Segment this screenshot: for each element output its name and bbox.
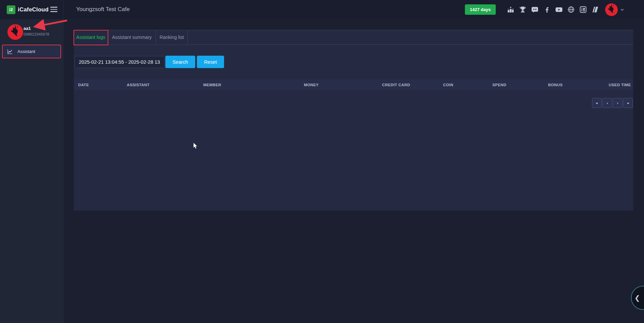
content-card: Assistant logs Assistant summary Ranking… xyxy=(74,30,633,211)
days-badge[interactable]: 1427 days xyxy=(465,4,496,15)
column-header-money: MONEY xyxy=(300,83,378,87)
layers-icon[interactable] xyxy=(591,6,599,13)
dragon-avatar-icon xyxy=(7,24,23,40)
discord-icon[interactable] xyxy=(531,6,539,13)
tab-assistant-logs[interactable]: Assistant logs xyxy=(74,30,108,45)
column-header-coin: COIN xyxy=(439,83,488,87)
tab-bar: Assistant logs Assistant summary Ranking… xyxy=(74,30,633,45)
chevron-down-icon[interactable] xyxy=(620,7,625,12)
panel-toggle-button[interactable]: ❮ xyxy=(631,286,644,310)
user-avatar[interactable] xyxy=(605,3,618,16)
facebook-icon[interactable] xyxy=(543,6,551,13)
youtube-icon[interactable] xyxy=(555,6,563,13)
topbar-right: 1427 days xyxy=(465,0,625,19)
logo-text: iCafeCloud xyxy=(18,6,49,13)
icafecloud-icon[interactable] xyxy=(579,6,587,13)
icafecloud-app: i2 iCafeCloud Youngzsoft Test Cafe 1427 … xyxy=(0,0,644,323)
sidebar-item-assistant[interactable]: Assistant xyxy=(3,45,60,58)
pagination-first-button[interactable]: « xyxy=(592,98,602,108)
icafecloud-logo-icon: i2 xyxy=(7,5,15,14)
column-header-used-time: USED TIME xyxy=(591,83,633,87)
column-header-assistant: ASSISTANT xyxy=(122,83,199,87)
filter-toolbar: Search Reset xyxy=(74,56,224,68)
topbar: i2 iCafeCloud Youngzsoft Test Cafe 1427 … xyxy=(0,0,644,19)
column-header-credit-card: CREDIT CARD xyxy=(378,83,439,87)
pagination-prev-button[interactable]: ‹ xyxy=(602,98,612,108)
reset-button[interactable]: Reset xyxy=(197,56,224,68)
dragon-avatar-icon xyxy=(605,3,618,16)
tab-bar-filler xyxy=(188,30,633,45)
ranking-icon[interactable] xyxy=(507,6,515,13)
sidebar-profile: aa1 008612345678 xyxy=(0,19,64,43)
pagination-last-button[interactable]: » xyxy=(623,98,633,108)
table-header-row: DATE ASSISTANT MEMBER MONEY CREDIT CARD … xyxy=(74,79,633,90)
globe-icon[interactable] xyxy=(567,6,575,13)
column-header-spend: SPEND xyxy=(488,83,544,87)
pagination-next-button[interactable]: › xyxy=(613,98,623,108)
pagination: « ‹ › » xyxy=(592,98,633,108)
logo-area: i2 iCafeCloud xyxy=(0,0,64,19)
tab-ranking-list[interactable]: Ranking list xyxy=(156,30,188,45)
trophy-icon[interactable] xyxy=(519,6,527,13)
sidebar-item-label: Assistant xyxy=(17,49,35,54)
user-avatar-large[interactable] xyxy=(7,24,23,40)
page-title: Youngzsoft Test Cafe xyxy=(76,6,130,13)
column-header-member: MEMBER xyxy=(199,83,300,87)
chart-line-icon xyxy=(7,49,13,55)
username: aa1 xyxy=(23,26,31,31)
tab-assistant-summary[interactable]: Assistant summary xyxy=(108,30,156,45)
user-phone: 008612345678 xyxy=(23,32,49,36)
column-header-bonus: BONUS xyxy=(544,83,591,87)
date-range-input[interactable] xyxy=(74,56,165,68)
search-button[interactable]: Search xyxy=(165,56,195,68)
chevron-left-icon: ❮ xyxy=(635,294,640,302)
sidebar: aa1 008612345678 Assistant xyxy=(0,19,64,323)
hamburger-menu-icon[interactable] xyxy=(50,7,57,12)
column-header-date: DATE xyxy=(74,83,122,87)
icafecloud-logo[interactable]: i2 iCafeCloud xyxy=(7,5,49,14)
